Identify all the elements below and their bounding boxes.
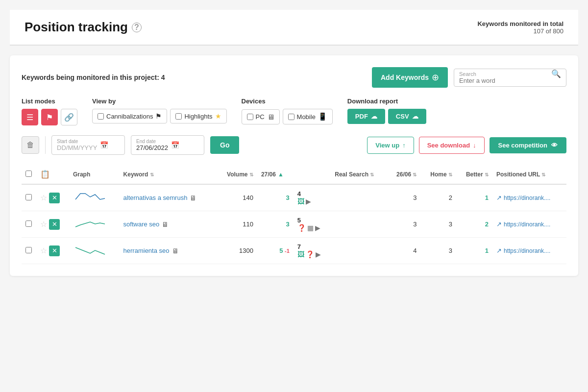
view-up-button[interactable]: View up ↑ (367, 137, 414, 154)
th-graph: Graph (69, 165, 120, 184)
pos27-cell-2: 5 ❓ ▦ ▶ (294, 211, 331, 238)
eye-icon: 👁 (551, 142, 558, 149)
end-date-label: End date (136, 139, 168, 144)
select-all-checkbox[interactable] (25, 171, 32, 177)
data-table: 📋 Graph Keyword ⇅ Volume ⇅ 27/06 ▲ (22, 165, 566, 264)
image-icon-1: 🖼 (297, 197, 304, 205)
row-check-3[interactable] (25, 247, 32, 253)
desktop-icon: 🖥 (267, 113, 274, 121)
x-button-2[interactable]: ✕ (49, 219, 60, 230)
list-mode-link-button[interactable]: 🔗 (61, 109, 77, 125)
real-search-cell-3 (331, 238, 387, 264)
add-keywords-button[interactable]: Add Keywords ⊕ (372, 67, 448, 88)
keyword-link-2[interactable]: software seo 🖥 (123, 220, 213, 228)
volume-cell-1: 140 (217, 184, 257, 211)
help-icon[interactable]: ? (132, 23, 142, 32)
row-check-1[interactable] (25, 194, 32, 200)
monitor-icon-3: 🖥 (172, 247, 179, 255)
th-select-all[interactable] (22, 165, 36, 184)
star-button-1[interactable]: ☆ (40, 193, 47, 202)
devices-group: Devices PC 🖥 Mobile 📱 (242, 98, 333, 124)
go-button[interactable]: Go (210, 136, 239, 154)
row-check-2[interactable] (25, 220, 32, 227)
cannibalizations-checkbox[interactable]: Cannibalizations ⚑ (92, 109, 167, 123)
trash-button[interactable]: 🗑 (22, 136, 39, 154)
image-icon-3: 🖼 (297, 250, 304, 258)
table-icon-2: ▦ (307, 224, 314, 232)
url-link-1[interactable]: https://dinorank.... (504, 195, 550, 201)
see-competition-button[interactable]: See competition 👁 (490, 137, 566, 153)
cloud-up-icon-csv: ☁ (412, 113, 418, 120)
sparkline-1 (69, 184, 120, 211)
mobile-device-button[interactable]: Mobile 📱 (283, 109, 333, 124)
th-keyword[interactable]: Keyword ⇅ (120, 165, 217, 184)
th-date-26[interactable]: 26/06 ⇅ (387, 165, 421, 184)
keyword-link-3[interactable]: herramienta seo 🖥 (123, 247, 213, 255)
volume-cell-3: 1300 (217, 238, 257, 264)
th-copy: 📋 (36, 165, 69, 184)
copy-icon: 📋 (40, 170, 50, 178)
url-cell-1: ↗ https://dinorank.... (492, 184, 566, 211)
flag-icon: ⚑ (155, 112, 162, 120)
start-date-field[interactable]: Start date DD/MM/YYYY 📅 (51, 135, 125, 155)
pc-device-button[interactable]: PC 🖥 (242, 109, 280, 124)
url-link-2[interactable]: https://dinorank.... (504, 221, 550, 228)
keyword-cell-1: alternativas a semrush 🖥 (120, 184, 217, 211)
keywords-count: Keywords being monitored in this project… (22, 74, 165, 81)
url-link-3[interactable]: https://dinorank.... (504, 247, 550, 254)
list-modes-label: List modes (22, 98, 77, 105)
play-icon-2: ▶ (315, 224, 320, 232)
end-date-field[interactable]: End date 27/06/2022 📅 (131, 135, 204, 155)
search-input[interactable] (459, 77, 541, 84)
star-button-2[interactable]: ☆ (40, 220, 47, 229)
table-row: ☆ ✕ software seo 🖥 (22, 211, 566, 238)
list-modes-group: List modes ☰ ⚑ 🔗 (22, 98, 77, 125)
action-row-right: View up ↑ See download ↓ See competition… (367, 137, 566, 154)
better-cell-3: 1 (456, 238, 492, 264)
keyword-cell-2: software seo 🖥 (120, 211, 217, 238)
download-report-group: Download report PDF ☁ CSV ☁ (347, 98, 426, 124)
page-header: Position tracking ? Keywords monitored i… (10, 10, 578, 46)
th-real-search[interactable]: Real Search ⇅ (331, 165, 387, 184)
th-url[interactable]: Positioned URL ⇅ (492, 165, 566, 184)
see-download-button[interactable]: See download ↓ (419, 137, 485, 154)
row-checkbox-3[interactable] (22, 238, 36, 264)
keyword-link-1[interactable]: alternativas a semrush 🖥 (123, 194, 213, 202)
page-title: Position tracking ? (24, 20, 142, 35)
th-volume[interactable]: Volume ⇅ (217, 165, 257, 184)
calendar-icon-end: 📅 (171, 141, 179, 149)
play-icon-1: ▶ (306, 197, 311, 205)
row-checkbox-2[interactable] (22, 211, 36, 238)
cannibalizations-check[interactable] (98, 113, 104, 120)
better-cell-2: 2 (456, 211, 492, 238)
x-button-3[interactable]: ✕ (49, 245, 60, 256)
url-cell-3: ↗ https://dinorank.... (492, 238, 566, 264)
th-better[interactable]: Better ⇅ (456, 165, 492, 184)
download-label: Download report (347, 98, 426, 105)
arrow-down-icon: ↓ (473, 142, 476, 149)
home-cell-3: 3 (420, 238, 456, 264)
start-date-label: Start date (57, 139, 97, 144)
list-mode-flag-button[interactable]: ⚑ (41, 109, 58, 125)
keyword-cell-3: herramienta seo 🖥 (120, 238, 217, 264)
devices-label: Devices (242, 98, 333, 105)
star-button-3[interactable]: ☆ (40, 246, 47, 255)
highlights-checkbox[interactable]: Highlights ★ (170, 109, 226, 123)
pc-check[interactable] (247, 114, 253, 120)
search-icon: 🔍 (546, 69, 566, 86)
question-icon-3: ❓ (306, 250, 314, 258)
csv-download-button[interactable]: CSV ☁ (388, 109, 426, 124)
x-button-1[interactable]: ✕ (49, 193, 60, 203)
highlights-check[interactable] (175, 113, 182, 120)
list-mode-list-button[interactable]: ☰ (22, 109, 38, 125)
th-home[interactable]: Home ⇅ (420, 165, 456, 184)
mobile-check[interactable] (288, 114, 294, 120)
better-cell-1: 1 (456, 184, 492, 211)
sparkline-chart-1 (73, 190, 107, 204)
date26-cell-3: 4 (387, 238, 421, 264)
real-search-cell-1 (331, 184, 387, 211)
star-icon: ★ (215, 112, 221, 120)
url-cell-2: ↗ https://dinorank.... (492, 211, 566, 238)
pdf-download-button[interactable]: PDF ☁ (347, 109, 385, 124)
row-checkbox-1[interactable] (22, 184, 36, 211)
